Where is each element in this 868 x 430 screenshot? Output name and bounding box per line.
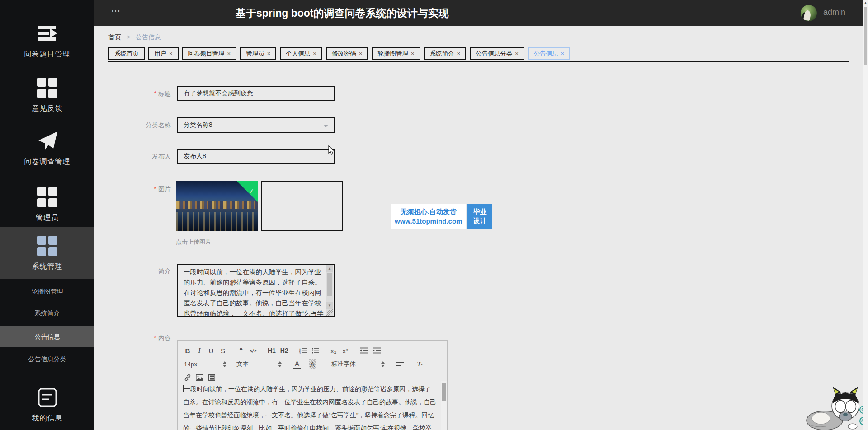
strikethrough-button[interactable]: S	[219, 346, 226, 355]
bold-button[interactable]: B	[184, 346, 191, 355]
tab-admin[interactable]: 管理员×	[240, 47, 276, 60]
avatar[interactable]	[801, 5, 817, 21]
superscript-button[interactable]: x²	[342, 346, 349, 355]
font-stepper-icon[interactable]	[381, 361, 385, 367]
required-asterisk: *	[154, 185, 156, 192]
editor-scrollbar[interactable]	[441, 381, 447, 430]
sidebar-item-question-manage[interactable]: 问卷题目管理	[0, 23, 94, 59]
sidebar-item-system-manage[interactable]: 系统管理	[0, 227, 94, 279]
text-style-select[interactable]: 文本	[236, 360, 266, 368]
tab-close-icon[interactable]: ×	[359, 50, 363, 57]
tab-close-icon[interactable]: ×	[411, 50, 415, 57]
success-corner-badge	[237, 181, 258, 202]
image-icon[interactable]	[196, 373, 203, 383]
outdent-icon[interactable]	[360, 346, 368, 355]
tab-system-home[interactable]: 系统首页	[108, 47, 145, 60]
breadcrumb-current: 公告信息	[136, 33, 161, 41]
label-text: 标题	[158, 90, 171, 97]
intro-text: 一段时间以前，一位在港的大陆学生，因为学业的压力、前途的渺茫等诸多原因，选择了自…	[178, 265, 326, 317]
upload-hint: 点击上传图片	[176, 238, 211, 246]
collapse-menu-icon[interactable]: •••	[112, 8, 121, 14]
sidebar-item-my-info[interactable]: 我的信息	[0, 387, 94, 423]
link-icon[interactable]	[184, 373, 191, 383]
code-block-button[interactable]: </>	[249, 346, 257, 355]
tab-close-icon[interactable]: ×	[457, 50, 461, 57]
profile-form-icon	[0, 387, 94, 408]
style-stepper-icon[interactable]	[278, 361, 282, 367]
heading2-button[interactable]: H2	[280, 346, 288, 355]
heading1-button[interactable]: H1	[268, 346, 276, 355]
tab-system-intro[interactable]: 系统简介×	[424, 47, 467, 60]
image-upload-box[interactable]	[261, 181, 343, 231]
clear-format-button[interactable]: Tx	[416, 359, 424, 369]
tab-close-icon[interactable]: ×	[515, 50, 519, 57]
intro-scrollbar[interactable]: ▲ ▼	[326, 265, 333, 316]
content-label: *内容	[117, 334, 171, 342]
tab-notice[interactable]: 公告信息×	[528, 47, 571, 60]
page-scrollbar[interactable]: ▲	[863, 0, 868, 430]
title-input[interactable]	[177, 86, 335, 101]
font-family-value: 标准字体	[331, 360, 356, 368]
font-size-select[interactable]: 14px	[184, 361, 211, 368]
editor-content[interactable]: 一段时间以前，一位在港的大陆学生，因为学业的压力、前途的渺茫等诸多原因，选择了自…	[178, 380, 447, 430]
align-icon[interactable]	[396, 359, 404, 369]
label-text: 图片	[158, 185, 171, 192]
scrollbar-thumb[interactable]	[864, 7, 867, 65]
resize-grip[interactable]	[326, 309, 333, 316]
sidebar-subitem-system-intro[interactable]: 系统简介	[0, 303, 94, 323]
grid-icon	[0, 186, 94, 208]
tab-user[interactable]: 用户×	[148, 47, 179, 60]
intro-textarea[interactable]: 一段时间以前，一位在港的大陆学生，因为学业的压力、前途的渺茫等诸多原因，选择了自…	[177, 264, 335, 317]
tab-bar: 系统首页 用户× 问卷题目管理× 管理员× 个人信息× 修改密码× 轮播图管理×…	[108, 47, 849, 62]
text-color-button[interactable]: A	[293, 359, 301, 369]
italic-button[interactable]: I	[196, 346, 203, 355]
bullet-list-icon[interactable]	[311, 346, 319, 355]
scrollbar-thumb[interactable]	[442, 383, 446, 401]
watermark-text: 无须担心.自动发货 www.51topmind.com	[391, 204, 466, 229]
breadcrumb-home[interactable]: 首页	[108, 33, 121, 41]
tab-change-password[interactable]: 修改密码×	[326, 47, 368, 60]
sidebar-item-label: 管理员	[0, 213, 94, 223]
size-stepper-icon[interactable]	[223, 361, 226, 367]
sidebar-subitem-notice[interactable]: 公告信息	[0, 326, 94, 347]
grid-icon	[0, 77, 94, 98]
tab-question-manage[interactable]: 问卷题目管理×	[182, 47, 237, 60]
tab-label: 公告信息	[534, 50, 558, 58]
sidebar-subitem-carousel[interactable]: 轮播图管理	[0, 281, 94, 302]
blockquote-button[interactable]: ❝	[237, 346, 245, 355]
tab-personal-info[interactable]: 个人信息×	[280, 47, 322, 60]
font-family-select[interactable]: 标准字体	[331, 360, 369, 368]
scroll-down-icon[interactable]: ▼	[326, 302, 333, 309]
underline-button[interactable]: U	[208, 346, 215, 355]
scrollbar-thumb[interactable]	[327, 273, 332, 296]
tab-close-icon[interactable]: ×	[169, 50, 173, 57]
publisher-input[interactable]	[177, 149, 335, 164]
scroll-up-icon[interactable]: ▲	[863, 1, 868, 5]
cat-mascot-widget[interactable]	[806, 381, 868, 430]
tab-close-icon[interactable]: ×	[561, 50, 565, 57]
tab-label: 管理员	[246, 50, 264, 58]
sidebar-item-feedback[interactable]: 意见反馈	[0, 77, 94, 113]
sidebar-item-survey-manage[interactable]: 问卷调查管理	[0, 130, 94, 167]
tab-close-icon[interactable]: ×	[267, 50, 271, 57]
scroll-up-icon[interactable]: ▲	[326, 265, 333, 272]
header: ••• 基于spring boot的调查问卷系统的设计与实现 admin	[94, 0, 868, 26]
tab-carousel-manage[interactable]: 轮播图管理×	[372, 47, 420, 60]
indent-icon[interactable]	[373, 346, 381, 355]
watermark-side-badge: 毕业 设计	[467, 204, 492, 229]
svg-text:3: 3	[299, 352, 301, 354]
sidebar-subitem-notice-category[interactable]: 公告信息分类	[0, 349, 94, 369]
ordered-list-icon[interactable]: 123	[299, 346, 307, 355]
category-select[interactable]: 分类名称8	[177, 117, 335, 133]
tab-notice-category[interactable]: 公告信息分类×	[470, 47, 524, 60]
background-color-button[interactable]: A	[309, 359, 316, 369]
content-paragraph: 一段时间以前，一位在港的大陆学生，因为学业的压力、前途的渺茫等诸多原因，选择了自…	[183, 385, 436, 430]
sidebar-item-admin[interactable]: 管理员	[0, 186, 94, 223]
tab-close-icon[interactable]: ×	[227, 50, 231, 57]
uploaded-image-thumbnail[interactable]: ✓	[176, 181, 258, 231]
username[interactable]: admin	[823, 8, 845, 17]
font-size-value: 14px	[184, 361, 197, 368]
subscript-button[interactable]: x₂	[330, 346, 337, 355]
tab-close-icon[interactable]: ×	[313, 50, 316, 57]
video-icon[interactable]	[208, 373, 215, 383]
